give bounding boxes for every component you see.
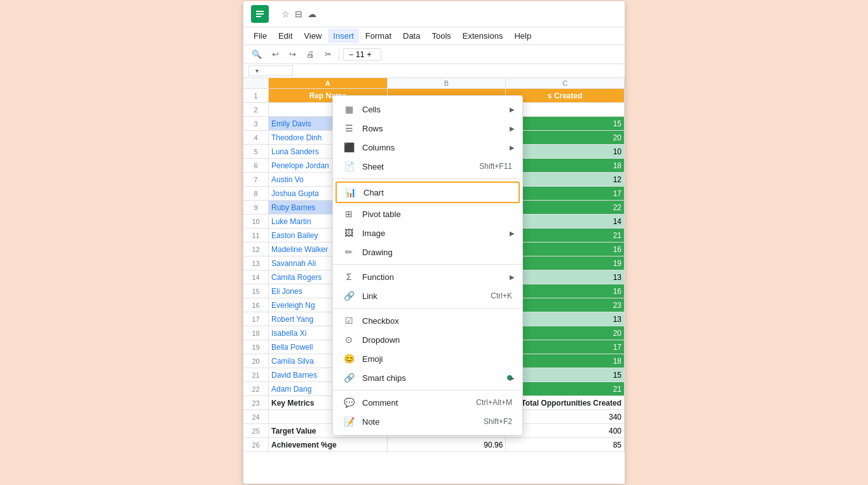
row-number: 3 — [243, 117, 269, 130]
cell-26-a[interactable]: Achievement %ge — [269, 438, 388, 451]
cell-25-c[interactable]: 400 — [506, 424, 625, 437]
columns-label: Columns — [362, 143, 512, 152]
cell-18-c[interactable]: 20 — [506, 326, 625, 340]
image-icon: 🖼 — [343, 227, 355, 239]
menu-insert[interactable]: Insert — [328, 29, 359, 43]
dropdown-item-note[interactable]: 📝NoteShift+F2 — [333, 412, 522, 431]
dropdown-separator — [333, 308, 522, 309]
dropdown-item-cells[interactable]: ▦Cells — [333, 100, 522, 119]
menu-file[interactable]: File — [248, 29, 272, 43]
cell-10-c[interactable]: 14 — [506, 215, 625, 228]
dropdown-item-image[interactable]: 🖼Image — [333, 223, 522, 242]
cell-23-c[interactable]: Total Opportunities Created — [506, 396, 625, 409]
cell-5-c[interactable]: 10 — [506, 145, 625, 158]
emoji-icon: 😊 — [343, 353, 355, 364]
svg-rect-3 — [256, 16, 261, 17]
chart-icon: 📊 — [344, 187, 356, 198]
cell-24-c[interactable]: 340 — [506, 410, 625, 423]
dropdown-item-link[interactable]: 🔗LinkCtrl+K — [333, 286, 522, 305]
app-window: ☆ ⊟ ☁ File Edit View Insert Format Data … — [243, 1, 625, 484]
table-row[interactable]: 26Achievement %ge90.9685 — [243, 438, 625, 452]
cell-26-b[interactable]: 90.96 — [388, 438, 506, 451]
cell-21-c[interactable]: 15 — [506, 368, 625, 382]
chart-label: Chart — [363, 188, 511, 197]
link-label: Link — [362, 291, 483, 301]
cell-9-c[interactable]: 22 — [506, 201, 625, 214]
cell-26-c[interactable]: 85 — [506, 438, 625, 451]
column-headers: A B C — [243, 78, 625, 89]
dropdown-item-comment[interactable]: 💬CommentCtrl+Alt+M — [333, 393, 522, 412]
cell-15-c[interactable]: 16 — [506, 284, 625, 298]
cell-19-c[interactable]: 17 — [506, 340, 625, 354]
cell-7-c[interactable]: 12 — [506, 173, 625, 186]
note-label: Note — [362, 417, 476, 427]
insert-dropdown: ▦Cells☰Rows⬛Columns📄SheetShift+F11📊Chart… — [332, 95, 523, 435]
menu-extensions[interactable]: Extensions — [458, 29, 508, 43]
rows-label: Rows — [362, 124, 512, 133]
zoom-increase[interactable]: + — [367, 50, 371, 59]
cell-6-c[interactable]: 18 — [506, 159, 625, 172]
cell-12-c[interactable]: 16 — [506, 242, 625, 256]
cell-ref-arrow[interactable]: ▾ — [255, 67, 259, 74]
cell-14-c[interactable]: 13 — [506, 270, 625, 284]
cell-17-c[interactable]: 13 — [506, 312, 625, 326]
title-icons: ☆ ⊟ ☁ — [281, 9, 316, 19]
menu-bar: File Edit View Insert Format Data Tools … — [243, 27, 625, 45]
cell-22-c[interactable]: 21 — [506, 382, 625, 395]
menu-view[interactable]: View — [299, 29, 327, 43]
dropdown-item-dropdown[interactable]: ⊙Dropdown — [333, 330, 522, 349]
col-header-a[interactable]: A — [269, 78, 388, 88]
smartchips-icon: 🔗 — [343, 372, 355, 383]
search-btn[interactable]: 🔍 — [248, 48, 265, 61]
menu-format[interactable]: Format — [360, 29, 397, 43]
redo-btn[interactable]: ↪ — [286, 48, 299, 61]
dropdown-separator — [333, 390, 522, 390]
menu-edit[interactable]: Edit — [273, 29, 297, 43]
cell-4-c[interactable]: 20 — [506, 131, 625, 144]
cell-3-c[interactable]: 15 — [506, 117, 625, 130]
cell-20-c[interactable]: 18 — [506, 354, 625, 368]
smart-chips-indicator — [507, 375, 512, 380]
dropdown-icon: ⊙ — [343, 334, 355, 345]
dropdown-item-chart[interactable]: 📊Chart — [336, 182, 520, 203]
dropdown-item-emoji[interactable]: 😊Emoji — [333, 349, 522, 368]
dropdown-item-smartchips[interactable]: 🔗Smart chips — [333, 368, 522, 387]
dropdown-item-pivot[interactable]: ⊞Pivot table — [333, 204, 522, 223]
link-shortcut: Ctrl+K — [491, 291, 512, 300]
cloud-icon[interactable]: ☁ — [308, 9, 316, 19]
dropdown-item-rows[interactable]: ☰Rows — [333, 119, 522, 138]
cell-8-c[interactable]: 17 — [506, 187, 625, 200]
cells-label: Cells — [362, 105, 512, 114]
dropdown-item-drawing[interactable]: ✏Drawing — [333, 242, 522, 262]
row-number: 17 — [243, 312, 269, 326]
row-number: 24 — [243, 410, 269, 423]
function-icon: Σ — [343, 271, 355, 282]
dropdown-separator — [333, 264, 522, 265]
undo-btn[interactable]: ↩ — [269, 48, 282, 61]
cell-reference[interactable]: ▾ — [248, 65, 293, 76]
cell-1-c[interactable]: s Created — [506, 89, 625, 102]
cells-icon: ▦ — [343, 103, 355, 115]
menu-help[interactable]: Help — [509, 29, 536, 43]
zoom-decrease[interactable]: − — [349, 50, 353, 59]
checkbox-icon: ☑ — [343, 315, 355, 326]
pivot-label: Pivot table — [362, 209, 512, 219]
menu-data[interactable]: Data — [398, 29, 425, 43]
folder-icon[interactable]: ⊟ — [295, 9, 302, 19]
cell-16-c[interactable]: 23 — [506, 298, 625, 312]
cell-13-c[interactable]: 19 — [506, 256, 625, 270]
menu-tools[interactable]: Tools — [426, 29, 456, 43]
dropdown-item-checkbox[interactable]: ☑Checkbox — [333, 311, 522, 330]
row-number: 8 — [243, 187, 269, 200]
cell-11-c[interactable]: 21 — [506, 229, 625, 242]
col-header-c[interactable]: C — [506, 78, 625, 88]
col-header-b[interactable]: B — [388, 78, 506, 88]
sheet-shortcut: Shift+F11 — [479, 162, 512, 171]
dropdown-item-function[interactable]: ΣFunction — [333, 267, 522, 286]
print-btn[interactable]: 🖨 — [303, 48, 318, 61]
paint-format-btn[interactable]: ✂ — [322, 48, 335, 61]
star-icon[interactable]: ☆ — [281, 9, 290, 19]
dropdown-item-sheet[interactable]: 📄SheetShift+F11 — [333, 157, 522, 176]
cell-2-c[interactable] — [506, 103, 625, 116]
dropdown-item-columns[interactable]: ⬛Columns — [333, 138, 522, 157]
